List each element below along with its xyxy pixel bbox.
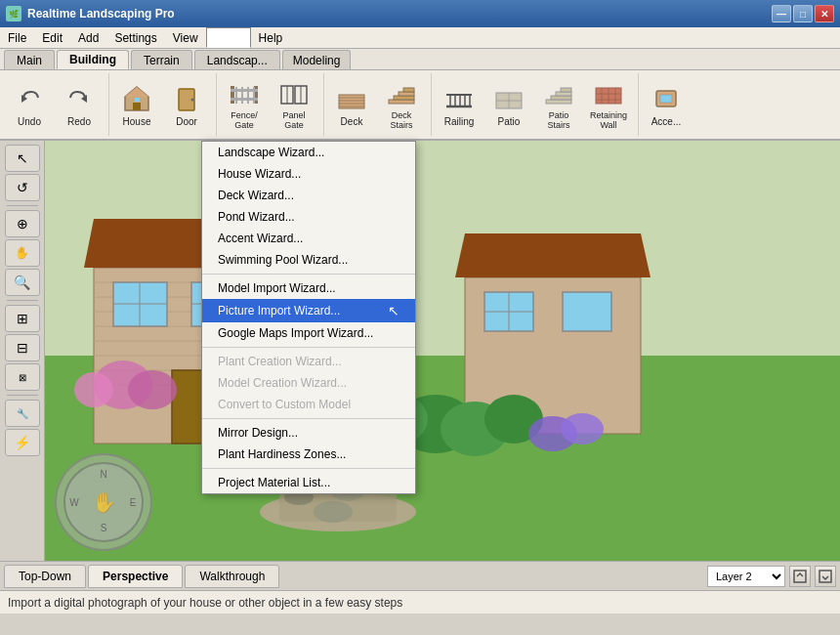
railing-label: Railing bbox=[444, 116, 475, 127]
dropdown-sep-2 bbox=[202, 347, 415, 348]
svg-rect-45 bbox=[556, 92, 571, 96]
app-title: Realtime Landscaping Pro bbox=[27, 7, 772, 21]
panel-gate-label: PanelGate bbox=[282, 111, 305, 131]
accessories-label: Acce... bbox=[651, 116, 682, 127]
svg-point-96 bbox=[561, 413, 604, 444]
menu-model-import-wizard[interactable]: Model Import Wizard... bbox=[202, 277, 415, 299]
layer-select-group: Layer 1 Layer 2 Layer 3 bbox=[707, 566, 836, 587]
fence-group: Fence/Gate PanelGate bbox=[221, 73, 324, 136]
layer-btn-1[interactable] bbox=[789, 566, 811, 587]
minimize-button[interactable]: — bbox=[772, 5, 791, 22]
deck-stairs-label: DeckStairs bbox=[390, 111, 412, 131]
panel-gate-icon bbox=[278, 78, 310, 109]
pan-tool[interactable]: ✋ bbox=[5, 239, 40, 267]
building-items-group: House Door bbox=[113, 73, 217, 136]
svg-text:✋: ✋ bbox=[92, 490, 116, 514]
menu-project-material-list[interactable]: Project Material List... bbox=[202, 472, 415, 493]
menu-tools[interactable]: Tools bbox=[206, 27, 251, 48]
magnet-tool[interactable]: ⚡ bbox=[5, 429, 40, 456]
door-button[interactable]: Door bbox=[163, 76, 210, 133]
svg-rect-28 bbox=[403, 88, 414, 92]
layer-dropdown[interactable]: Layer 1 Layer 2 Layer 3 bbox=[707, 566, 785, 587]
railing-button[interactable]: Railing bbox=[436, 76, 483, 133]
menu-landscape-wizard[interactable]: Landscape Wizard... bbox=[202, 142, 415, 163]
svg-point-62 bbox=[314, 501, 353, 523]
menu-view[interactable]: View bbox=[165, 27, 206, 48]
svg-marker-3 bbox=[125, 87, 148, 97]
door-icon bbox=[171, 83, 202, 114]
settings-tool[interactable]: 🔧 bbox=[5, 400, 40, 427]
menu-swimming-pool-wizard[interactable]: Swimming Pool Wizard... bbox=[202, 249, 415, 271]
grid-tool[interactable]: ⊞ bbox=[5, 305, 40, 332]
door-label: Door bbox=[176, 116, 197, 127]
tab-modeling[interactable]: Modeling bbox=[282, 50, 352, 69]
redo-label: Redo bbox=[67, 116, 91, 127]
tab-walkthrough[interactable]: Walkthrough bbox=[185, 565, 279, 588]
menu-accent-wizard[interactable]: Accent Wizard... bbox=[202, 228, 415, 249]
tab-topdown[interactable]: Top-Down bbox=[4, 565, 86, 588]
undo-icon bbox=[14, 83, 45, 114]
tab-building[interactable]: Building bbox=[57, 50, 129, 69]
deck-stairs-button[interactable]: DeckStairs bbox=[378, 76, 425, 133]
svg-rect-43 bbox=[546, 100, 571, 104]
patio-stairs-button[interactable]: PatioStairs bbox=[535, 76, 582, 133]
close-button[interactable]: ✕ bbox=[815, 5, 834, 22]
menu-add[interactable]: Add bbox=[70, 27, 106, 48]
tab-perspective[interactable]: Perspective bbox=[88, 565, 183, 588]
menu-house-wizard[interactable]: House Wizard... bbox=[202, 163, 415, 185]
canvas-area[interactable]: N S W E ✋ bbox=[45, 141, 840, 561]
nav-compass[interactable]: N S W E ✋ bbox=[55, 453, 152, 551]
house-icon bbox=[121, 83, 152, 114]
select-tool[interactable]: ↖ bbox=[5, 145, 40, 172]
deck-button[interactable]: Deck bbox=[328, 76, 375, 133]
menu-edit[interactable]: Edit bbox=[34, 27, 70, 48]
menu-pond-wizard[interactable]: Pond Wizard... bbox=[202, 206, 415, 228]
retaining-wall-label: RetainingWall bbox=[590, 111, 627, 131]
svg-rect-46 bbox=[561, 88, 571, 92]
svg-marker-81 bbox=[455, 233, 651, 277]
tab-terrain[interactable]: Terrain bbox=[131, 50, 192, 69]
tools-menu-popup: Landscape Wizard... House Wizard... Deck… bbox=[201, 141, 416, 494]
panel-gate-button[interactable]: PanelGate bbox=[271, 76, 317, 133]
app-icon: 🌿 bbox=[6, 6, 21, 21]
railing-icon bbox=[443, 83, 475, 114]
redo-button[interactable]: Redo bbox=[56, 76, 103, 133]
accessories-button[interactable]: Acce... bbox=[643, 76, 690, 133]
dropdown-sep-1 bbox=[202, 274, 415, 275]
accessories-group: Acce... bbox=[643, 73, 695, 136]
zoom-in-tool[interactable]: ⊕ bbox=[5, 210, 40, 237]
svg-text:N: N bbox=[100, 469, 106, 480]
svg-rect-8 bbox=[231, 86, 234, 104]
redo-icon bbox=[63, 83, 95, 114]
menu-picture-import-wizard[interactable]: Picture Import Wizard... ↖ bbox=[202, 299, 415, 322]
undo-button[interactable]: Undo bbox=[6, 76, 53, 133]
node-tool[interactable]: ⊠ bbox=[5, 363, 40, 391]
menu-mirror-design[interactable]: Mirror Design... bbox=[202, 422, 415, 444]
tab-main[interactable]: Main bbox=[4, 50, 55, 69]
menu-plant-hardiness-zones[interactable]: Plant Hardiness Zones... bbox=[202, 444, 415, 465]
menu-settings[interactable]: Settings bbox=[106, 27, 164, 48]
measure-tool[interactable]: ⊟ bbox=[5, 334, 40, 361]
undo-redo-group: Undo Redo bbox=[6, 73, 109, 136]
tab-landscaping[interactable]: Landscap... bbox=[194, 50, 280, 69]
svg-point-88 bbox=[74, 372, 113, 407]
accessories-icon bbox=[651, 83, 682, 114]
maximize-button[interactable]: □ bbox=[793, 5, 813, 22]
menu-help[interactable]: Help bbox=[251, 27, 291, 48]
deck-stairs-icon bbox=[386, 78, 417, 109]
main-area: ↖ ↺ ⊕ ✋ 🔍 ⊞ ⊟ ⊠ 🔧 ⚡ bbox=[0, 141, 840, 561]
svg-rect-5 bbox=[135, 98, 140, 102]
sidebar-divider-1 bbox=[7, 205, 38, 206]
patio-button[interactable]: Patio bbox=[485, 76, 532, 133]
menu-file[interactable]: File bbox=[0, 27, 34, 48]
retaining-wall-button[interactable]: RetainingWall bbox=[585, 76, 632, 133]
railing-patio-group: Railing Patio bbox=[436, 73, 639, 136]
house-button[interactable]: House bbox=[113, 76, 160, 133]
menu-deck-wizard[interactable]: Deck Wizard... bbox=[202, 185, 415, 206]
fence-gate-button[interactable]: Fence/Gate bbox=[221, 76, 268, 133]
zoom-tool[interactable]: 🔍 bbox=[5, 269, 40, 296]
layer-btn-2[interactable] bbox=[815, 566, 836, 587]
svg-point-7 bbox=[191, 98, 194, 101]
rotate-tool[interactable]: ↺ bbox=[5, 174, 40, 201]
menu-google-maps-wizard[interactable]: Google Maps Import Wizard... bbox=[202, 322, 415, 344]
